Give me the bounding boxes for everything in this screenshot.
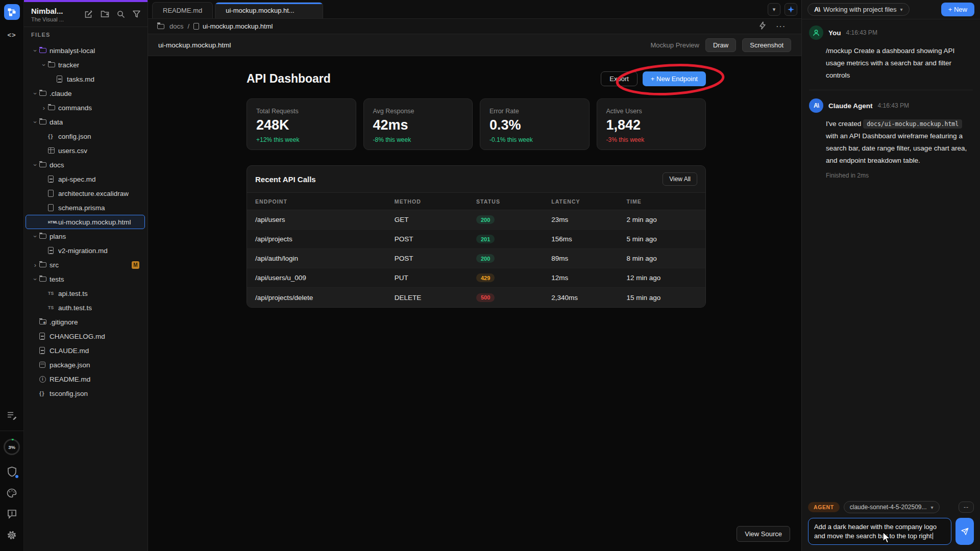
text-caret — [933, 533, 934, 539]
file-path-chip[interactable]: docs/ui-mockup.mockup.html — [863, 119, 962, 129]
folder-open-icon — [39, 277, 46, 282]
new-endpoint-button[interactable]: + New Endpoint — [643, 71, 706, 86]
breadcrumb-folder[interactable]: docs — [169, 22, 183, 30]
model-selector-dropdown[interactable]: claude-sonnet-4-5-202509... ▾ — [844, 501, 940, 513]
notes-edit-icon[interactable] — [7, 411, 17, 420]
preview-title: ui-mockup.mockup.html — [158, 41, 231, 49]
file-icon — [193, 23, 199, 30]
new-folder-icon[interactable] — [101, 10, 109, 19]
typescript-file-icon: TS — [48, 291, 54, 296]
tree-item-file[interactable]: tasks.md — [26, 72, 145, 86]
tree-item-file[interactable]: package.json — [26, 358, 145, 372]
compose-icon[interactable] — [84, 10, 93, 19]
folder-open-icon — [48, 62, 55, 67]
tree-item-file[interactable]: .gitignore — [26, 315, 145, 329]
tree-item-file[interactable]: api-spec.md — [26, 172, 145, 186]
tree-item-folder[interactable]: tests — [26, 272, 145, 286]
tree-item-file[interactable]: TSauth.test.ts — [26, 300, 145, 315]
chevron-down-icon: ▾ — [931, 505, 934, 510]
user-message-text: /mockup Create a dashboard showing API u… — [826, 45, 973, 82]
dashboard-title: API Dashboard — [247, 72, 331, 86]
tree-item-file[interactable]: TSapi.test.ts — [26, 286, 145, 300]
file-tree: nimbalyst-local tracker tasks.md .claude… — [24, 41, 148, 400]
table-row[interactable]: /api/projectsPOST201156ms5 min ago — [247, 230, 705, 249]
table-row[interactable]: /api/auth/loginPOST20089ms8 min ago — [247, 249, 705, 268]
tree-item-file-selected[interactable]: HTMLui-mockup.mockup.html — [26, 215, 145, 229]
table-header-row: ENDPOINTMETHODSTATUSLATENCYTIME — [247, 192, 705, 210]
folder-open-icon — [39, 48, 46, 53]
chat-mode-dropdown[interactable]: A\ Working with project files ▾ — [807, 3, 910, 16]
usage-progress-ring[interactable]: 3% — [4, 439, 20, 455]
claude-agent-avatar: A\ — [809, 98, 823, 113]
gitignore-file-icon — [39, 319, 46, 324]
files-section-label: FILES — [24, 27, 148, 41]
tree-item-file[interactable]: architecture.excalidraw — [26, 186, 145, 201]
table-row[interactable]: /api/users/u_009PUT42912ms12 min ago — [247, 268, 705, 288]
palette-icon[interactable] — [7, 488, 17, 498]
tree-item-file[interactable]: users.csv — [26, 143, 145, 158]
tab-ui-mockup[interactable]: ui-mockup.mockup.ht... — [215, 2, 323, 18]
tree-item-file[interactable]: { }tsconfig.json — [26, 386, 145, 400]
main-area: README.md ui-mockup.mockup.ht... ▾ docs … — [148, 0, 801, 551]
tree-item-file[interactable]: schema.prisma — [26, 201, 145, 215]
left-icon-rail: <> 3% — [0, 0, 24, 551]
breadcrumb-file[interactable]: ui-mockup.mockup.html — [203, 22, 273, 30]
app-logo-icon[interactable] — [4, 4, 20, 20]
table-body: /api/usersGET20023ms2 min ago /api/proje… — [247, 210, 705, 307]
markdown-file-icon — [57, 76, 62, 83]
chat-composer: AGENT claude-sonnet-4-5-202509... ▾ -- A… — [802, 496, 980, 551]
zap-icon[interactable] — [759, 21, 766, 31]
export-button[interactable]: Export — [601, 71, 638, 86]
feedback-icon[interactable] — [7, 509, 17, 519]
finished-status: Finished in 2ms — [826, 172, 973, 179]
user-message: You 4:16:43 PM /mockup Create a dashboar… — [809, 26, 973, 90]
send-button[interactable] — [955, 518, 974, 545]
folder-icon — [157, 24, 164, 29]
git-modified-badge: M — [132, 261, 139, 269]
stat-card: Error Rate 0.3% -0.1% this week — [480, 98, 590, 150]
tree-item-folder[interactable]: tracker — [26, 58, 145, 72]
more-options-icon[interactable]: ··· — [776, 22, 786, 30]
folder-icon — [39, 262, 46, 267]
chat-input[interactable]: Add a dark header with the company logo … — [808, 518, 951, 545]
tree-item-file[interactable]: v2-migration.md — [26, 243, 145, 258]
tree-item-folder[interactable]: plans — [26, 229, 145, 243]
workspace-subtitle: The Visual ... — [31, 16, 64, 22]
search-icon[interactable] — [117, 10, 125, 19]
table-row[interactable]: /api/projects/deleteDELETE5002,340ms15 m… — [247, 288, 705, 307]
table-row[interactable]: /api/usersGET20023ms2 min ago — [247, 210, 705, 230]
settings-gear-icon[interactable] — [7, 530, 17, 540]
new-tab-sparkle-button[interactable] — [785, 3, 797, 16]
chevron-down-icon — [31, 276, 39, 283]
chat-panel: A\ Working with project files ▾ + New Yo… — [801, 0, 980, 551]
tab-readme[interactable]: README.md — [152, 2, 213, 18]
view-source-button[interactable]: View Source — [737, 526, 790, 542]
folder-open-icon — [39, 162, 46, 167]
mockup-canvas: API Dashboard Export + New Endpoint Tota… — [148, 56, 801, 551]
tree-item-file[interactable]: iREADME.md — [26, 372, 145, 386]
file-icon — [48, 190, 54, 197]
screenshot-button[interactable]: Screenshot — [742, 38, 791, 52]
view-all-button[interactable]: View All — [663, 172, 697, 186]
stat-card: Avg Response 42ms -8% this week — [363, 98, 473, 150]
new-chat-button[interactable]: + New — [941, 3, 974, 16]
tree-item-file[interactable]: CHANGELOG.md — [26, 329, 145, 343]
tree-item-folder[interactable]: data — [26, 115, 145, 129]
filter-icon[interactable] — [133, 10, 140, 19]
tree-item-folder[interactable]: commands — [26, 101, 145, 115]
tree-item-folder[interactable]: docs — [26, 158, 145, 172]
tree-item-folder[interactable]: nimbalyst-local — [26, 43, 145, 58]
shield-icon[interactable] — [7, 466, 17, 477]
tree-item-folder[interactable]: .claude — [26, 86, 145, 101]
tab-list-dropdown-button[interactable]: ▾ — [768, 3, 780, 16]
composer-more-button[interactable]: -- — [959, 502, 974, 513]
code-view-icon[interactable]: <> — [7, 31, 16, 39]
tree-item-folder[interactable]: srcM — [26, 258, 145, 272]
chevron-down-icon — [31, 90, 39, 97]
sidebar: Nimbal... The Visual ... — [24, 0, 148, 551]
json-file-icon: { } — [48, 133, 53, 139]
file-icon — [48, 204, 54, 211]
tree-item-file[interactable]: { }config.json — [26, 129, 145, 143]
tree-item-file[interactable]: CLAUDE.md — [26, 343, 145, 358]
draw-button[interactable]: Draw — [705, 38, 736, 52]
